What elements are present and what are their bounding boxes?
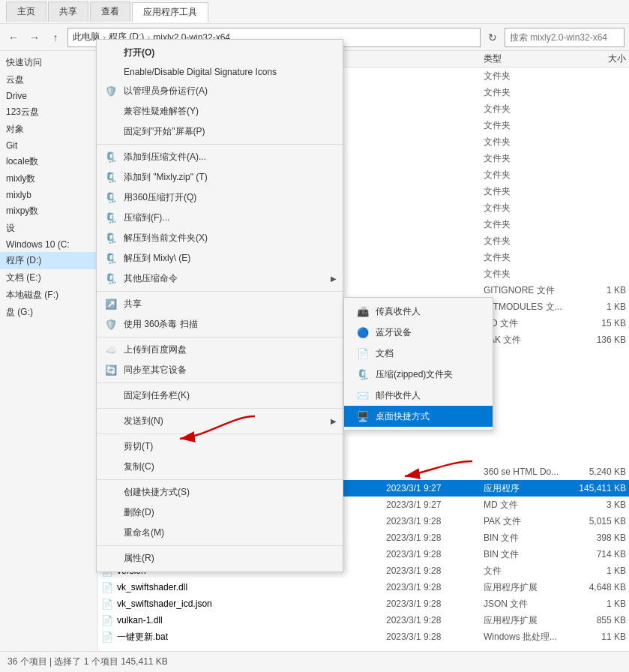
file-type: 文件夹 xyxy=(484,251,566,264)
up-button[interactable]: ↑ xyxy=(46,28,64,46)
sidebar-item-drived[interactable]: 程序 (D:) xyxy=(0,252,97,269)
tab-view[interactable]: 查看 xyxy=(90,2,130,22)
sidebar-item-mixpy[interactable]: mixpy数 xyxy=(0,202,97,220)
context-menu-item[interactable]: 属性(R) xyxy=(97,548,343,568)
context-menu-item[interactable]: 复制(C) xyxy=(97,457,343,477)
file-type: 文件夹 xyxy=(484,152,566,165)
context-menu-item[interactable]: 剪切(T) xyxy=(97,436,343,457)
sidebar-item-quickaccess[interactable]: 快速访问 xyxy=(0,54,97,71)
ctx-item-label: 剪切(T) xyxy=(124,440,153,453)
ctx-item-icon: 🗜️ xyxy=(104,212,118,225)
sidebar-item-123cloud[interactable]: 123云盘 xyxy=(0,104,97,121)
sidebar-item-git[interactable]: Git xyxy=(0,138,97,153)
context-menu-item[interactable]: Enable/Disable Digital Signature Icons xyxy=(97,63,343,81)
sidebar-item-driveg[interactable]: 盘 (G:) xyxy=(0,304,97,321)
ctx-item-icon: ↗️ xyxy=(104,298,118,311)
file-icon: 📄 xyxy=(100,597,114,610)
submenu-item[interactable]: 🗜️压缩(zipped)文件夹 xyxy=(344,364,493,385)
tab-bar: 主页 共享 查看 应用程序工具 xyxy=(6,2,208,22)
context-menu-separator xyxy=(97,408,343,409)
file-type: 应用程序 xyxy=(484,482,566,495)
ctx-item-label: 删除(D) xyxy=(124,506,154,519)
context-menu-item[interactable]: 🗜️用360压缩打开(Q) xyxy=(97,188,343,208)
context-menu-item[interactable]: 🛡️以管理员身份运行(A) xyxy=(97,81,343,101)
ctx-item-label: 使用 360杀毒 扫描 xyxy=(124,318,198,331)
sidebar-item-drive[interactable]: Drive xyxy=(0,88,97,104)
file-type: 应用程序扩展 xyxy=(484,614,566,627)
context-menu-item[interactable]: 🛡️使用 360杀毒 扫描 xyxy=(97,314,343,334)
submenu-item-label: 文档 xyxy=(376,347,394,360)
sidebar-item-settings[interactable]: 设 xyxy=(0,220,97,237)
context-menu-item[interactable]: 🗜️添加到压缩文件(A)... xyxy=(97,147,343,167)
context-menu-item[interactable]: 发送到(N)▶ xyxy=(97,411,343,431)
submenu-item[interactable]: ✉️邮件收件人 xyxy=(344,385,493,406)
file-type: 文件夹 xyxy=(484,86,566,99)
file-size: 15 KB xyxy=(566,318,626,328)
submenu-item[interactable]: 🖥️桌面快捷方式 xyxy=(344,406,493,427)
ctx-item-label: 发送到(N) xyxy=(124,415,163,428)
sidebar-item-cloud[interactable]: 云盘 xyxy=(0,71,97,88)
tab-apptools[interactable]: 应用程序工具 xyxy=(132,2,208,22)
context-menu-item[interactable]: ☁️上传到百度网盘 xyxy=(97,340,343,360)
file-name: vk_swiftshader.dll xyxy=(117,582,386,592)
file-type: 文件 xyxy=(484,565,566,578)
context-menu-item[interactable]: 固定到"开始"屏幕(P) xyxy=(97,122,343,142)
sidebar-item-mixlyb[interactable]: mixlyb xyxy=(0,188,97,202)
col-header-type[interactable]: 类型 xyxy=(484,52,566,65)
ctx-item-label: Enable/Disable Digital Signature Icons xyxy=(124,67,277,77)
table-row[interactable]: 📄 vk_swiftshader_icd.json 2023/3/1 9:28 … xyxy=(97,596,629,612)
ctx-item-label: 其他压缩命令 xyxy=(124,272,178,285)
sidebar-item-locale[interactable]: locale数 xyxy=(0,153,97,170)
ctx-item-label: 创建快捷方式(S) xyxy=(124,486,190,499)
context-menu-item[interactable]: 重命名(M) xyxy=(97,523,343,543)
sidebar-item-object[interactable]: 对象 xyxy=(0,121,97,138)
back-button[interactable]: ← xyxy=(4,28,22,46)
context-menu-item[interactable]: 🗜️压缩到(F)... xyxy=(97,208,343,228)
ctx-item-icon: 🛡️ xyxy=(104,85,118,98)
tab-share[interactable]: 共享 xyxy=(48,2,88,22)
context-menu-separator xyxy=(97,434,343,434)
sidebar-item-winc[interactable]: Windows 10 (C: xyxy=(0,237,97,252)
refresh-button[interactable]: ↻ xyxy=(484,28,502,46)
context-menu-item[interactable]: 创建快捷方式(S) xyxy=(97,482,343,502)
table-row[interactable]: 📄 vulkan-1.dll 2023/3/1 9:28 应用程序扩展 855 … xyxy=(97,612,629,628)
col-header-size[interactable]: 大小 xyxy=(566,52,626,65)
ctx-item-label: 固定到任务栏(K) xyxy=(124,389,190,402)
context-menu-item[interactable]: ↗️共享 xyxy=(97,294,343,314)
file-size: 1 KB xyxy=(566,598,626,609)
forward-button[interactable]: → xyxy=(25,28,43,46)
ctx-submenu-arrow: ▶ xyxy=(331,417,337,425)
ctx-item-label: 属性(R) xyxy=(124,552,154,565)
table-row[interactable]: 📄 一键更新.bat 2023/3/1 9:28 Windows 批处理... … xyxy=(97,628,629,645)
ctx-item-label: 添加到压缩文件(A)... xyxy=(124,151,206,164)
file-size: 1 KB xyxy=(566,285,626,296)
table-row[interactable]: 📄 vk_swiftshader.dll 2023/3/1 9:28 应用程序扩… xyxy=(97,579,629,596)
sidebar-item-mixly1[interactable]: mixly数 xyxy=(0,170,97,188)
tab-home[interactable]: 主页 xyxy=(6,2,46,22)
sidebar-item-drivef[interactable]: 本地磁盘 (F:) xyxy=(0,286,97,304)
file-type: 文件夹 xyxy=(484,169,566,182)
submenu-item[interactable]: 🔵蓝牙设备 xyxy=(344,322,493,343)
context-menu-item[interactable]: 🗜️其他压缩命令▶ xyxy=(97,268,343,289)
ctx-item-icon: 🗜️ xyxy=(104,151,118,164)
file-size: 714 KB xyxy=(566,549,626,560)
context-menu-item[interactable]: 打开(O) xyxy=(97,43,343,63)
context-menu-item[interactable]: 删除(D) xyxy=(97,502,343,523)
context-menu-separator xyxy=(97,545,343,546)
file-size: 136 KB xyxy=(566,334,626,345)
sidebar-item-drivee[interactable]: 文档 (E:) xyxy=(0,269,97,286)
submenu-item[interactable]: 📠传真收件人 xyxy=(344,301,493,322)
context-menu-item[interactable]: 兼容性疑难解答(Y) xyxy=(97,101,343,122)
file-date: 2023/3/1 9:28 xyxy=(386,615,484,626)
ctx-item-icon: ☁️ xyxy=(104,344,118,357)
context-menu-item[interactable]: 🗜️添加到 "Mixly.zip" (T) xyxy=(97,167,343,188)
sidebar: 快速访问 云盘 Drive 123云盘 对象 Git locale数 mixly… xyxy=(0,51,97,651)
search-input[interactable] xyxy=(505,28,625,47)
file-type: GITMODULES 文... xyxy=(484,301,566,314)
context-menu-item[interactable]: 🔄同步至其它设备 xyxy=(97,360,343,380)
context-menu-item[interactable]: 固定到任务栏(K) xyxy=(97,386,343,406)
file-size: 3 KB xyxy=(566,500,626,510)
context-menu-item[interactable]: 🗜️解压到当前文件夹(X) xyxy=(97,228,343,248)
context-menu-item[interactable]: 🗜️解压到 Mixly\ (E) xyxy=(97,248,343,268)
submenu-item[interactable]: 📄文档 xyxy=(344,343,493,364)
